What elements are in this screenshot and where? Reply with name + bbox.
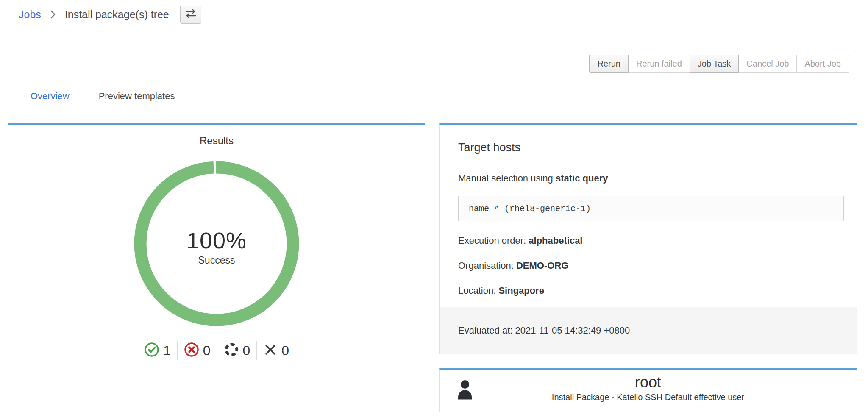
legend-item-pending: 0 (224, 342, 250, 359)
job-actions-toolbar: Rerun Rerun failed Job Task Cancel Job A… (589, 55, 849, 73)
cancelled-x-icon (263, 342, 278, 359)
location-value: Singapore (498, 285, 544, 296)
results-legend: 1 0 0 (8, 340, 425, 361)
legend-item-failed: 0 (184, 342, 211, 359)
results-panel: Results 100% Success 1 (8, 123, 425, 377)
search-query-value: name ^ (rhel8-generic-1) (469, 204, 591, 214)
organisation-value: DEMO-ORG (516, 260, 568, 271)
tab-overview[interactable]: Overview (16, 84, 84, 108)
failed-x-circle-icon (184, 342, 199, 359)
results-donut-chart: 100% Success (134, 161, 299, 326)
legend-item-success: 1 (144, 342, 171, 359)
legend-item-cancelled: 0 (263, 342, 289, 359)
person-icon (457, 380, 473, 402)
selection-mode-text: Manual selection using static query (458, 173, 844, 184)
breadcrumb-separator-icon (50, 10, 56, 19)
failed-count: 0 (203, 343, 211, 359)
breadcrumb-jobs-link[interactable]: Jobs (19, 8, 41, 21)
donut-status-label: Success (198, 255, 235, 266)
success-count: 1 (163, 343, 171, 359)
evaluated-at-label: Evaluated at: (458, 325, 512, 336)
breadcrumb: Jobs Install package(s) tree (0, 0, 868, 29)
evaluated-at-footer: Evaluated at: 2021-11-05 14:32:49 +0800 (440, 307, 857, 354)
page-title: Install package(s) tree (65, 8, 169, 21)
job-switcher-button[interactable] (180, 6, 201, 24)
target-hosts-panel: Target hosts Manual selection using stat… (439, 123, 857, 354)
effective-user-description: Install Package - Katello SSH Default ef… (440, 392, 857, 402)
rerun-failed-button: Rerun failed (628, 55, 690, 73)
donut-percent-label: 100% (186, 227, 247, 253)
donut-center-text: 100% Success (134, 161, 299, 326)
location-label: Location: (458, 285, 496, 296)
pending-spinner-icon (224, 342, 239, 359)
selection-prefix: Manual selection using (458, 173, 553, 184)
selection-mode: static query (556, 173, 608, 184)
rerun-button[interactable]: Rerun (589, 55, 628, 73)
execution-order-row: Execution order: alphabetical (458, 235, 844, 246)
success-check-circle-icon (144, 342, 159, 359)
job-details-page: Jobs Install package(s) tree Rerun Rerun… (0, 0, 868, 420)
organisation-label: Organisation: (458, 260, 514, 271)
target-hosts-title: Target hosts (458, 141, 844, 154)
legend-divider (217, 341, 217, 360)
location-row: Location: Singapore (458, 285, 844, 296)
execution-order-value: alphabetical (529, 235, 582, 246)
pending-count: 0 (243, 343, 250, 359)
swap-horizontal-icon (185, 8, 197, 20)
job-task-button[interactable]: Job Task (690, 55, 739, 73)
evaluated-at-value: 2021-11-05 14:32:49 +0800 (515, 325, 630, 336)
organisation-row: Organisation: DEMO-ORG (458, 260, 844, 271)
cancelled-count: 0 (281, 343, 289, 359)
legend-divider (256, 341, 257, 360)
search-query-input: name ^ (rhel8-generic-1) (458, 196, 844, 221)
results-panel-title: Results (8, 135, 425, 147)
effective-user-name: root (440, 373, 857, 391)
tab-preview-templates[interactable]: Preview templates (84, 84, 189, 108)
execution-order-label: Execution order: (458, 235, 526, 246)
effective-user-card: root Install Package - Katello SSH Defau… (439, 368, 857, 412)
abort-job-button: Abort Job (796, 55, 849, 73)
tab-bar: Overview Preview templates (16, 84, 849, 108)
cancel-job-button: Cancel Job (738, 55, 797, 73)
legend-divider (177, 341, 178, 360)
